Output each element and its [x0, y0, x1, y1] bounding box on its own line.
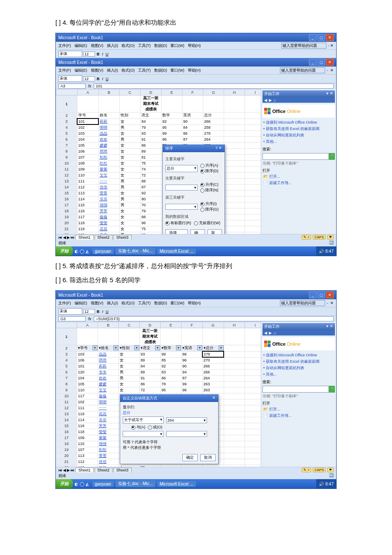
menu-item[interactable]: 文件(F) — [58, 301, 71, 306]
sheet-tab-1[interactable]: Sheet1 — [75, 235, 94, 240]
primary-key-select[interactable]: 总分▾ — [165, 165, 198, 172]
menu-item[interactable]: 编辑(E) — [75, 43, 87, 49]
status-bar: 就绪 🔤 — [56, 240, 336, 246]
menu-item[interactable]: 数据(D) — [154, 43, 167, 49]
cond1-val-select[interactable]: 264▾ — [166, 417, 207, 423]
start-button[interactable]: 开始 — [56, 246, 73, 256]
menu-item[interactable]: 数据(D) — [154, 68, 167, 73]
cond2-val-select[interactable]: ▾ — [166, 431, 207, 437]
excel-window-2: Microsoft Excel - Book1 _ ▢ ✕ 文件(F)编辑(E)… — [55, 290, 337, 489]
spreadsheet-grid[interactable]: ABCDEFGHIJKLMN1高三一班期末考试成绩表2学号姓名性别语文数学英语总… — [56, 89, 261, 234]
inner-title-bar: Microsoft Excel - Book1 _ ▢ ✕ — [56, 58, 336, 66]
menu-item[interactable]: 格式(O) — [121, 68, 135, 73]
italic-button[interactable]: I — [101, 52, 104, 56]
menu-item[interactable]: 窗口(W) — [170, 68, 184, 73]
windows-taskbar: 开始 ◐ ◯ ◭ gaoyuan 实验七.doc - Mic... Micros… — [56, 246, 336, 256]
office-online-logo[interactable]: Office Online — [262, 104, 335, 118]
new-workbook-link[interactable]: 📄 新建工作簿... — [262, 180, 335, 186]
menu-item[interactable]: 帮助(H) — [188, 301, 201, 306]
menu-item[interactable]: 视图(V) — [91, 43, 104, 49]
fx-icon[interactable]: fx — [88, 84, 91, 88]
formula-bar: A3 fx 101 — [56, 83, 336, 89]
menu-item[interactable]: 工具(T) — [138, 301, 151, 306]
sort-dialog: 排序 ? ✕ 主要关键字 总分▾ 升序(A) 降序(D) 次要关键字 ▾ — [162, 145, 225, 234]
dialog-close-icon[interactable]: ✕ — [212, 396, 216, 401]
dialog-help-icon[interactable]: ? ✕ — [215, 146, 222, 151]
sheet-tab-3[interactable]: Sheet3 — [113, 235, 132, 240]
fwd-icon[interactable]: ▶ — [269, 98, 272, 102]
menu-item[interactable]: 格式(O) — [121, 43, 135, 49]
task-6: [ ] 6. 筛选出总分前 5 名的同学 — [55, 276, 337, 284]
ok-button[interactable]: 确定 — [182, 454, 198, 461]
menu-item[interactable]: 格式(O) — [121, 301, 135, 306]
secondary-key-select[interactable]: ▾ — [165, 185, 198, 191]
menu-item[interactable]: 视图(V) — [91, 301, 104, 306]
close-button[interactable]: ✕ — [326, 34, 334, 41]
menu-item[interactable]: 插入(I) — [107, 43, 118, 49]
menu-item[interactable]: 编辑(E) — [75, 301, 87, 306]
formula-input[interactable]: 101 — [94, 84, 334, 89]
menu-item[interactable]: 帮助(H) — [188, 68, 201, 73]
underline-button[interactable]: U — [105, 52, 110, 56]
cancel-button[interactable]: 取消 — [208, 229, 222, 234]
menu-item[interactable]: 插入(I) — [107, 68, 118, 73]
menu-item[interactable]: 插入(I) — [107, 301, 118, 306]
taskpane-search-input[interactable] — [262, 153, 329, 160]
menu-item[interactable]: 视图(V) — [91, 68, 104, 73]
task-5: [ ] 5. 将成绩表按"总分"递减排序，总分相同的按"学号"升序排列 — [55, 262, 337, 270]
options-button[interactable]: 选项(O)... — [165, 229, 188, 234]
menu-item[interactable]: 文件(F) — [58, 43, 71, 49]
menu-item[interactable]: 窗口(W) — [170, 301, 184, 306]
sheet-tab-2[interactable]: Sheet2 — [95, 235, 113, 240]
taskpane-close-icon[interactable]: ▾ ✕ — [326, 91, 333, 97]
system-tray: 🔊8:47 — [316, 246, 336, 256]
task-pane: 开始工作▾ ✕ ◀▶⌂ Office Online • 连接到 Microsof… — [261, 89, 336, 234]
font-size-select[interactable]: 12 — [83, 52, 95, 57]
menu-item[interactable]: 文件(F) — [58, 68, 71, 73]
sheet-tabs: ⏮◀▶⏭ Sheet1 Sheet2 Sheet3 ✎ + CAPS ⚑ — [56, 234, 336, 240]
open-link[interactable]: 📂 打开... — [262, 173, 335, 180]
ok-button[interactable]: 确定 — [190, 229, 205, 234]
menu-item[interactable]: 帮助(H) — [188, 43, 201, 49]
menu-item[interactable]: 工具(T) — [138, 68, 151, 73]
status-ready: 就绪 — [58, 240, 66, 246]
third-key-select[interactable]: ▾ — [165, 204, 198, 210]
minimize-button[interactable]: _ — [309, 34, 317, 41]
menu-item[interactable]: 编辑(E) — [75, 68, 87, 73]
bold-button[interactable]: B — [96, 52, 101, 56]
cond1-op-select[interactable]: 大于或等于▾ — [123, 416, 164, 424]
go-button[interactable]: → — [329, 153, 335, 160]
maximize-button[interactable]: ▢ — [317, 34, 325, 41]
font-name-select[interactable]: 宋体 — [58, 51, 82, 57]
home-icon[interactable]: ⌂ — [274, 98, 276, 102]
excel-window-1: Microsoft Excel - Book1 _ ▢ ✕ 文件(F)编辑(E)… — [55, 33, 337, 256]
task-4: [ ] 4. 每位同学的"总分"用自动求和功能求出 — [55, 19, 337, 27]
menu-item[interactable]: 数据(D) — [154, 301, 167, 306]
toolbar: 宋体 12 B I U — [56, 49, 336, 58]
app-title: Microsoft Excel - Book1 — [58, 35, 103, 40]
lang-indicator: 🔤 — [329, 240, 334, 246]
menu-item[interactable]: 工具(T) — [138, 43, 151, 49]
menu-item[interactable]: 窗口(W) — [170, 43, 184, 49]
cond2-op-select[interactable]: ▾ — [123, 431, 164, 437]
cancel-button[interactable]: 取消 — [200, 454, 216, 461]
title-bar: Microsoft Excel - Book1 _ ▢ ✕ — [56, 33, 336, 42]
help-search[interactable]: 键入需要帮助的问题 — [281, 43, 326, 49]
mdi-close[interactable]: - ✕ — [328, 43, 334, 48]
menu-bar: 文件(F)编辑(E)视图(V)插入(I)格式(O)工具(T)数据(D)窗口(W)… — [56, 42, 336, 49]
custom-autofilter-dialog: 自定义自动筛选方式✕ 显示行: 总分 大于或等于▾ 264▾ 与(A) 或(O)… — [120, 394, 219, 464]
name-box[interactable]: A3 — [58, 84, 86, 89]
back-icon[interactable]: ◀ — [264, 98, 267, 102]
